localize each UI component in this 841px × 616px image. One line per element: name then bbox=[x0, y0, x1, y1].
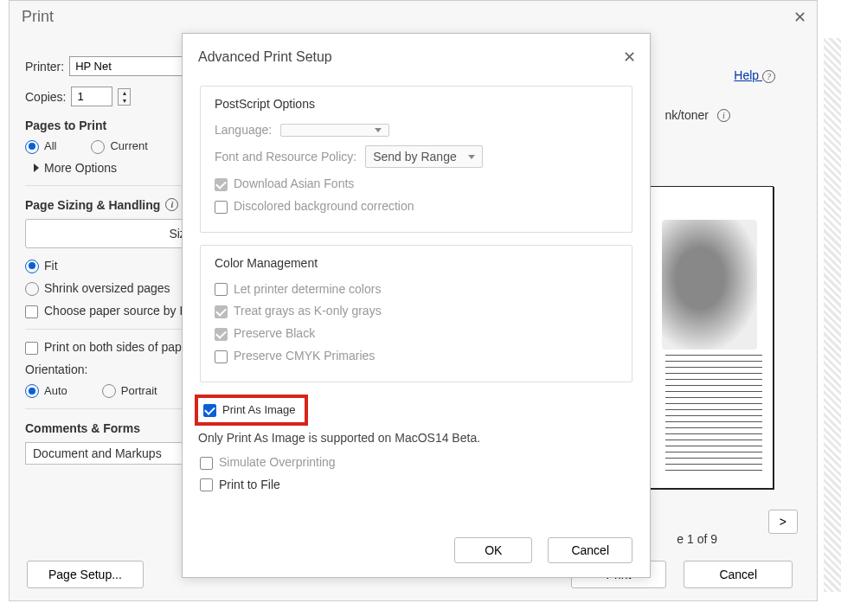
preview-text-block bbox=[665, 355, 762, 476]
ink-toner-text: nk/toner bbox=[664, 108, 709, 122]
radio-auto[interactable]: Auto bbox=[25, 384, 67, 399]
font-policy-select[interactable]: Send by Range bbox=[365, 145, 483, 168]
preview-image bbox=[662, 220, 757, 350]
help-link[interactable]: Help ? bbox=[734, 68, 775, 83]
close-icon[interactable]: ✕ bbox=[793, 8, 806, 27]
chk-print-as-image[interactable]: Print As Image bbox=[203, 403, 296, 417]
info-icon[interactable]: i bbox=[165, 198, 178, 211]
print-dialog-title: Print bbox=[10, 1, 817, 31]
copies-label: Copies: bbox=[25, 90, 66, 104]
chk-asian-fonts[interactable]: Download Asian Fonts bbox=[215, 176, 354, 190]
chk-paper-source[interactable]: Choose paper source by PL bbox=[25, 304, 195, 318]
language-label: Language: bbox=[215, 123, 272, 137]
language-select[interactable] bbox=[280, 124, 389, 137]
printer-label: Printer: bbox=[25, 60, 64, 74]
chk-grays-konly[interactable]: Treat grays as K-only grays bbox=[215, 304, 382, 318]
ok-button[interactable]: OK bbox=[454, 537, 532, 563]
advanced-dialog-title: Advanced Print Setup bbox=[183, 34, 650, 74]
radio-current[interactable]: Current bbox=[91, 139, 147, 154]
page-indicator: e 1 of 9 bbox=[677, 532, 717, 546]
copies-field[interactable] bbox=[71, 87, 112, 106]
chk-preserve-cmyk[interactable]: Preserve CMYK Primaries bbox=[215, 349, 375, 363]
radio-all[interactable]: All bbox=[25, 139, 56, 154]
print-as-image-highlight: Print As Image bbox=[195, 395, 308, 426]
chk-print-to-file[interactable]: Print to File bbox=[200, 478, 280, 491]
next-page-button[interactable]: > bbox=[768, 510, 798, 534]
font-policy-label: Font and Resource Policy: bbox=[215, 150, 356, 164]
comments-select[interactable]: Document and Markups bbox=[25, 442, 198, 465]
macos-support-note: Only Print As Image is supported on MacO… bbox=[198, 431, 650, 445]
help-icon: ? bbox=[762, 70, 775, 83]
advanced-print-setup-dialog: Advanced Print Setup ✕ PostScript Option… bbox=[182, 33, 651, 578]
radio-shrink[interactable]: Shrink oversized pages bbox=[25, 281, 170, 295]
info-icon[interactable]: i bbox=[717, 109, 730, 122]
chk-preserve-black[interactable]: Preserve Black bbox=[215, 326, 315, 340]
cancel-button[interactable]: Cancel bbox=[684, 561, 793, 588]
adv-cancel-button[interactable]: Cancel bbox=[548, 537, 632, 563]
copies-spinner[interactable]: ▲▼ bbox=[118, 88, 131, 106]
color-mgmt-header: Color Management bbox=[215, 256, 618, 270]
radio-portrait[interactable]: Portrait bbox=[102, 384, 157, 399]
postscript-header: PostScript Options bbox=[215, 97, 618, 111]
chk-printer-colors[interactable]: Let printer determine colors bbox=[215, 282, 381, 296]
close-icon[interactable]: ✕ bbox=[623, 48, 636, 67]
chk-both-sides[interactable]: Print on both sides of pape bbox=[25, 340, 189, 354]
chk-simulate-overprint[interactable]: Simulate Overprinting bbox=[200, 455, 336, 469]
postscript-section: PostScript Options Language: Font and Re… bbox=[200, 86, 632, 233]
chevron-down-icon bbox=[468, 155, 475, 159]
page-setup-button[interactable]: Page Setup... bbox=[27, 561, 144, 588]
radio-fit[interactable]: Fit bbox=[25, 259, 58, 273]
chevron-down-icon bbox=[375, 128, 382, 132]
chk-discolored-bg[interactable]: Discolored background correction bbox=[215, 199, 414, 213]
color-management-section: Color Management Let printer determine c… bbox=[200, 245, 632, 382]
print-preview bbox=[645, 186, 774, 489]
background-strip bbox=[824, 38, 841, 592]
